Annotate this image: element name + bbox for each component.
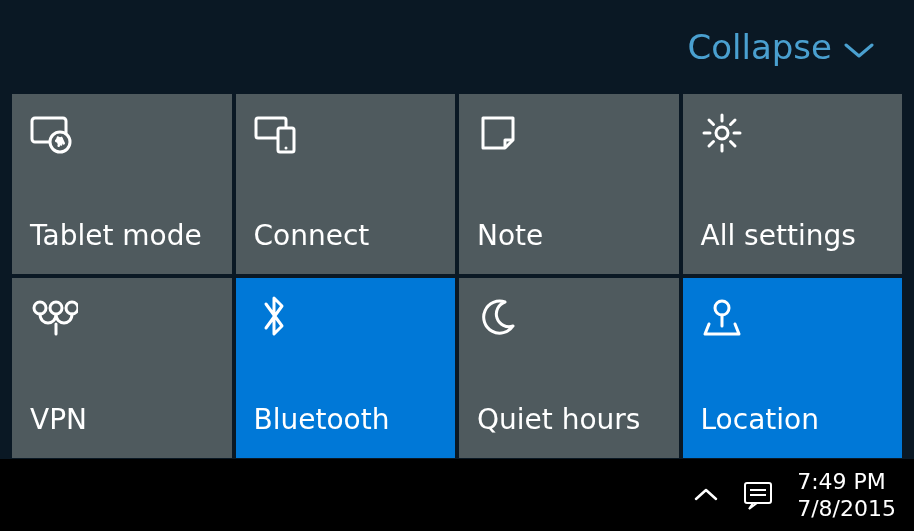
quick-action-location[interactable]: Location xyxy=(683,278,903,458)
quick-actions-grid: Tablet modeConnectNoteAll settingsVPNBlu… xyxy=(10,94,904,458)
bluetooth-icon xyxy=(254,296,438,340)
action-center-header: Collapse xyxy=(10,0,904,94)
taskbar-time: 7:49 PM xyxy=(797,468,896,496)
quick-action-tablet-mode[interactable]: Tablet mode xyxy=(12,94,232,274)
collapse-button[interactable]: Collapse xyxy=(688,27,874,67)
quick-action-quiet-hours[interactable]: Quiet hours xyxy=(459,278,679,458)
chevron-down-icon xyxy=(844,27,874,67)
quick-action-label: Location xyxy=(701,403,885,436)
quick-action-label: All settings xyxy=(701,219,885,252)
action-center-panel: Collapse Tablet modeConnectNoteAll setti… xyxy=(0,0,914,458)
quick-action-label: VPN xyxy=(30,403,214,436)
quiet-hours-icon xyxy=(477,296,661,340)
taskbar: 7:49 PM 7/8/2015 xyxy=(0,459,914,531)
vpn-icon xyxy=(30,296,214,340)
svg-rect-0 xyxy=(745,483,771,503)
taskbar-date: 7/8/2015 xyxy=(797,495,896,523)
quick-action-label: Bluetooth xyxy=(254,403,438,436)
quick-action-bluetooth[interactable]: Bluetooth xyxy=(236,278,456,458)
quick-action-all-settings[interactable]: All settings xyxy=(683,94,903,274)
quick-action-note[interactable]: Note xyxy=(459,94,679,274)
notifications-icon[interactable] xyxy=(741,478,775,512)
quick-action-label: Note xyxy=(477,219,661,252)
quick-action-vpn[interactable]: VPN xyxy=(12,278,232,458)
connect-icon xyxy=(254,112,438,156)
quick-action-label: Tablet mode xyxy=(30,219,214,252)
taskbar-clock[interactable]: 7:49 PM 7/8/2015 xyxy=(797,468,896,523)
quick-action-label: Quiet hours xyxy=(477,403,661,436)
quick-action-connect[interactable]: Connect xyxy=(236,94,456,274)
settings-icon xyxy=(701,112,885,156)
collapse-label: Collapse xyxy=(688,27,832,67)
location-icon xyxy=(701,296,885,340)
tablet-mode-icon xyxy=(30,112,214,156)
note-icon xyxy=(477,112,661,156)
tray-overflow-button[interactable] xyxy=(693,487,719,503)
quick-action-label: Connect xyxy=(254,219,438,252)
